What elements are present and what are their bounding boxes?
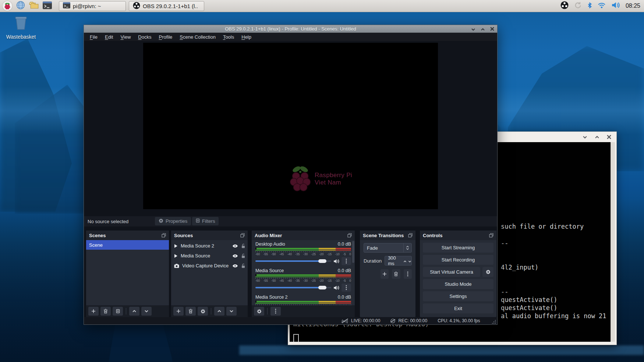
scenes-panel-header[interactable]: Scenes [86, 231, 169, 240]
obs-window[interactable]: OBS 29.0.2.1-1+b1 (linux) - Profile: Unt… [84, 25, 498, 325]
obs-titlebar[interactable]: OBS 29.0.2.1-1+b1 (linux) - Profile: Unt… [84, 25, 497, 33]
channel-options-button[interactable] [342, 284, 351, 292]
transitions-header[interactable]: Scene Transitions [360, 231, 415, 240]
popout-icon[interactable] [489, 233, 493, 238]
terminal-minimize-button[interactable] [583, 136, 587, 139]
wastebasket-desktop-icon[interactable]: Wastebasket [5, 15, 37, 40]
obs-close-button[interactable] [490, 26, 494, 32]
mixer-channel: Media Source 2 0.0 dB -60-55-50-45-40-35… [255, 295, 351, 305]
control-button[interactable]: Exit [423, 303, 493, 313]
visibility-eye-icon[interactable] [232, 254, 238, 258]
move-scene-down-button[interactable] [141, 307, 152, 316]
source-row[interactable]: Video Capture Device (V [171, 261, 248, 271]
scene-filters-button[interactable] [113, 307, 123, 316]
source-properties-button[interactable] [198, 307, 208, 316]
terminal-close-button[interactable] [607, 135, 611, 139]
menubar-item[interactable]: Docks [134, 34, 155, 40]
preview-canvas[interactable]: Raspberry Pi Viet Nam [143, 43, 438, 209]
sources-panel-header[interactable]: Sources [171, 231, 248, 240]
menubar-item[interactable]: Tools [219, 34, 238, 40]
remove-transition-button[interactable] [392, 269, 400, 279]
transition-select[interactable]: Fade [364, 243, 412, 253]
taskbar: pi@rpivn: ~ OBS 29.0.2.1-1+b1 (l.. 08:25 [0, 0, 644, 12]
menubar-item[interactable]: View [117, 34, 134, 40]
popout-icon[interactable] [240, 233, 245, 238]
web-browser-launcher[interactable] [15, 1, 26, 11]
obs-minimize-button[interactable] [471, 26, 475, 32]
resize-grip[interactable] [492, 319, 496, 324]
speaker-icon[interactable] [333, 285, 339, 290]
add-scene-button[interactable] [88, 307, 99, 316]
popout-icon[interactable] [162, 233, 166, 238]
filters-button[interactable]: Filters [192, 217, 219, 225]
move-source-down-button[interactable] [226, 307, 237, 316]
source-row[interactable]: Media Source [171, 251, 248, 261]
remove-scene-button[interactable] [100, 307, 111, 316]
obs-menubar: FileEditViewDocksProfileScene Collection… [84, 33, 497, 41]
wifi-icon[interactable] [598, 2, 606, 10]
volume-slider-handle[interactable] [318, 286, 326, 289]
scenes-toolbar [86, 305, 169, 317]
advanced-audio-button[interactable] [254, 307, 264, 316]
control-button[interactable]: Start Streaming [423, 243, 493, 253]
audio-mixer-header[interactable]: Audio Mixer [252, 231, 355, 240]
speaker-icon[interactable] [333, 259, 339, 264]
control-button[interactable]: Settings [423, 291, 493, 301]
volume-slider[interactable] [255, 260, 331, 262]
live-time: LIVE: 00:00:00 [351, 318, 380, 323]
transition-options-button[interactable] [404, 269, 412, 279]
source-label: Media Source 2 [181, 243, 229, 249]
obs-maximize-button[interactable] [481, 26, 485, 32]
updates-icon[interactable] [574, 1, 582, 11]
channel-options-button[interactable] [342, 257, 351, 265]
menubar-item[interactable]: Help [238, 34, 255, 40]
visibility-eye-icon[interactable] [232, 244, 238, 248]
add-source-button[interactable] [173, 307, 184, 316]
properties-button[interactable]: Properties [155, 217, 191, 225]
terminal-launcher[interactable] [41, 1, 53, 11]
taskbar-task-terminal[interactable]: pi@rpivn: ~ [59, 1, 126, 11]
virtual-camera-config-button[interactable] [482, 267, 493, 277]
terminal-maximize-button[interactable] [595, 136, 599, 139]
add-transition-button[interactable] [381, 269, 389, 279]
move-source-up-button[interactable] [214, 307, 224, 316]
mixer-options-button[interactable] [270, 307, 281, 316]
remove-source-button[interactable] [185, 307, 196, 316]
visibility-eye-icon[interactable] [232, 264, 238, 268]
control-button[interactable]: Studio Mode [423, 279, 493, 289]
lock-icon[interactable] [241, 263, 245, 268]
terminal-icon [63, 2, 70, 10]
menubar-item[interactable]: Profile [155, 34, 176, 40]
lock-icon[interactable] [241, 253, 245, 259]
source-row[interactable]: Media Source 2 [171, 241, 248, 251]
file-manager-launcher[interactable] [28, 1, 40, 11]
terminal-scrollbar[interactable] [611, 142, 615, 342]
video-capture-icon [174, 264, 179, 268]
control-button[interactable]: Start Virtual Camera [423, 267, 480, 277]
task-obs-label: OBS 29.0.2.1-1+b1 (l.. [143, 3, 198, 9]
bluetooth-icon[interactable] [587, 2, 592, 10]
mixer-scrollbar[interactable] [352, 241, 354, 263]
volume-icon[interactable] [611, 2, 620, 10]
menubar-item[interactable]: Edit [101, 34, 117, 40]
controls-panel: Controls Start Streaming Start Recording [420, 231, 496, 317]
taskbar-task-obs[interactable]: OBS 29.0.2.1-1+b1 (l.. [129, 1, 204, 11]
obs-tray-icon[interactable] [560, 1, 569, 11]
properties-label: Properties [166, 218, 187, 224]
scene-list-item[interactable]: Scene [86, 240, 169, 250]
lock-icon[interactable] [241, 243, 245, 249]
controls-header[interactable]: Controls [420, 231, 496, 240]
spin-arrows-icon[interactable] [403, 258, 411, 264]
menubar-item[interactable]: Scene Collection [176, 34, 219, 40]
volume-meter [255, 274, 351, 276]
move-scene-up-button[interactable] [129, 307, 139, 316]
volume-slider-handle[interactable] [318, 259, 326, 263]
popout-icon[interactable] [347, 233, 352, 238]
control-button[interactable]: Start Recording [423, 255, 493, 265]
menubar-item[interactable]: File [86, 34, 101, 40]
volume-slider[interactable] [255, 287, 331, 288]
duration-spinbox[interactable]: 300 ms [385, 256, 412, 266]
applications-menu-button[interactable] [1, 1, 13, 11]
popout-icon[interactable] [408, 233, 413, 238]
terminal-line: such file or directory [501, 222, 584, 231]
